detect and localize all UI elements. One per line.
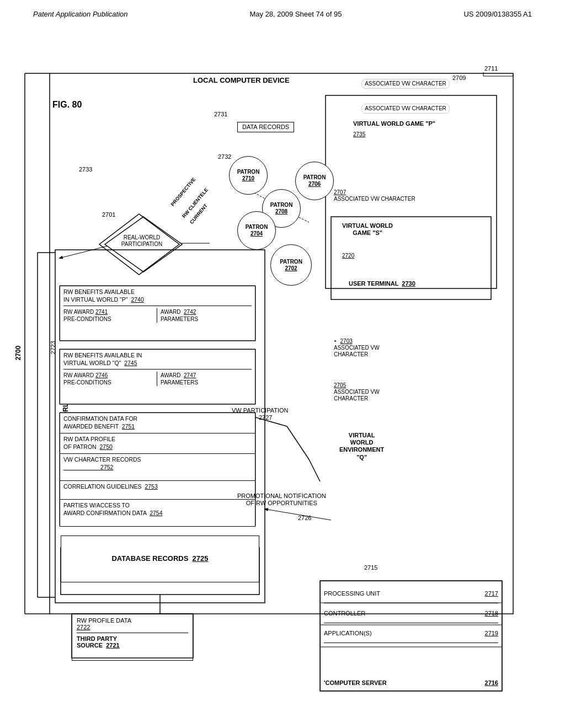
diagram: 2711 FIG. 80 LOCAL COMPUTER DEVICE DATA …	[0, 29, 565, 708]
award-params-2742: AWARD 2742PARAMETERS	[157, 308, 252, 323]
num-2730: 2730	[402, 280, 415, 287]
processing-unit-label: PROCESSING UNIT	[324, 590, 380, 597]
patron-2706: PATRON 2706	[295, 162, 334, 200]
processing-unit-row: PROCESSING UNIT 2717	[324, 584, 498, 603]
award-params-2747: AWARD 2747PARAMETERS	[157, 372, 252, 386]
controller-label: CONTROLLER	[324, 610, 365, 617]
num-2731: 2731	[214, 111, 227, 118]
svg-rect-0	[50, 73, 513, 614]
svg-text:2711: 2711	[484, 65, 498, 72]
computer-server-label-row: 'COMPUTER SERVER 2716	[324, 679, 498, 686]
rw-benefits-p-row: RW AWARD 2741PRE-CONDITIONS AWARD 2742PA…	[63, 306, 252, 323]
num-2735: 2735	[353, 131, 365, 138]
user-terminal-label: USER TERMINAL 2730	[349, 280, 415, 287]
rw-award-pre-2741: RW AWARD 2741PRE-CONDITIONS	[63, 308, 157, 323]
num-2719: 2719	[485, 630, 498, 636]
num-2726: 2726	[298, 515, 311, 522]
num-2720: 2720	[342, 253, 354, 259]
assoc-vw-char-vw: ASSOCIATED VW CHARACTER	[361, 104, 450, 114]
patron-2704: PATRON 2704	[237, 211, 276, 250]
virtual-world-game-p: VIRTUAL WORLD GAME "P"	[353, 120, 435, 127]
virtual-world-game-s-label: VIRTUAL WORLDGAME "S"	[342, 222, 393, 237]
fig-label: FIG. 80	[52, 100, 82, 110]
rw-data-profile-box: RW DATA PROFILEOF PATRON 2750	[60, 433, 255, 454]
patron-2710: PATRON 2710	[229, 156, 268, 195]
num-2732: 2732	[218, 153, 231, 160]
vw-character-records-box: VW CHARACTER RECORDS 2752	[60, 453, 255, 481]
header-left: Patent Application Publication	[33, 10, 128, 18]
num-2723: 2723	[50, 341, 57, 354]
patron-2702: PATRON 2702	[270, 244, 312, 286]
confirmation-data-box: CONFIRMATION DATA FORAWARDED BENEFIT 275…	[60, 413, 255, 433]
rw-award-pre-2746: RW AWARD 2746PRE-CONDITIONS	[63, 372, 157, 386]
assoc-vw-char-2709: ASSOCIATED VW CHARACTER	[361, 79, 450, 89]
num-2717: 2717	[485, 590, 498, 597]
controller-row: CONTROLLER 2718	[324, 603, 498, 623]
local-computer-device-label: LOCAL COMPUTER DEVICE	[193, 76, 290, 85]
third-party-source-label: THIRD PARTYSOURCE 2721	[77, 635, 188, 649]
parties-waccess-box: PARTIES W/ACCESS TOAWARD CONFIRMATION DA…	[60, 499, 255, 527]
rw-profile-data-label: RW PROFILE DATA2722	[77, 617, 188, 633]
assoc-vw-char-2705: 2705 ASSOCIATED VWCHARACTER	[334, 382, 380, 402]
num-2709: 2709	[452, 74, 466, 82]
rw-benefits-q-box: RW BENEFITS AVAILABLE INVIRTUAL WORLD "Q…	[60, 349, 255, 404]
virtual-world-env-q-label: VIRTUALWORLDENVIRONMENT"Q"	[339, 432, 384, 461]
rw-benefits-q-text: RW BENEFITS AVAILABLE INVIRTUAL WORLD "Q…	[63, 352, 252, 367]
rw-benefits-p-box: RW BENEFITS AVAILABLEIN VIRTUAL WORLD "P…	[60, 286, 255, 341]
rw-benefits-q-row: RW AWARD 2746PRE-CONDITIONS AWARD 2747PA…	[63, 369, 252, 386]
applications-row: APPLICATION(S) 2719	[324, 623, 498, 643]
assoc-vw-char-2707: 2707 ASSOCIATED VW CHARACTER	[334, 189, 415, 202]
database-records-box: DATABASE RECORDS 2725	[61, 536, 259, 582]
num-2718: 2718	[485, 610, 498, 617]
applications-label: APPLICATION(S)	[324, 630, 372, 636]
assoc-vw-char-2703: ‣ 2703 ASSOCIATED VWCHARACTER	[334, 338, 380, 358]
third-party-box: RW PROFILE DATA2722 THIRD PARTYSOURCE 27…	[72, 614, 193, 661]
computer-server-label: 'COMPUTER SERVER	[324, 679, 387, 686]
svg-line-28	[309, 459, 320, 481]
rw-benefits-p-text: RW BENEFITS AVAILABLEIN VIRTUAL WORLD "P…	[63, 288, 252, 303]
num-2700: 2700	[14, 346, 22, 361]
num-2716: 2716	[485, 679, 498, 686]
page-header: Patent Application Publication May 28, 2…	[0, 0, 565, 24]
svg-line-27	[287, 426, 309, 459]
num-2733: 2733	[79, 166, 92, 173]
computer-server-container: PROCESSING UNIT 2717 CONTROLLER 2718 APP…	[320, 581, 502, 691]
header-right: US 2009/0138355 A1	[463, 10, 532, 18]
header-middle: May 28, 2009 Sheet 74 of 95	[249, 10, 342, 18]
rw-participation-label: REAL-WORLDPARTICIPATION	[100, 234, 183, 248]
data-records-label: DATA RECORDS	[237, 122, 294, 132]
promo-notification-label: PROMOTIONAL NOTIFICATIONOF RW OPPORTUNIT…	[237, 493, 326, 507]
correlation-guidelines-box: CORRELATION GUIDELINES 2753	[60, 480, 255, 500]
vw-participation-label: VW PARTICIPATION2727	[232, 407, 288, 421]
num-2715: 2715	[364, 564, 377, 571]
